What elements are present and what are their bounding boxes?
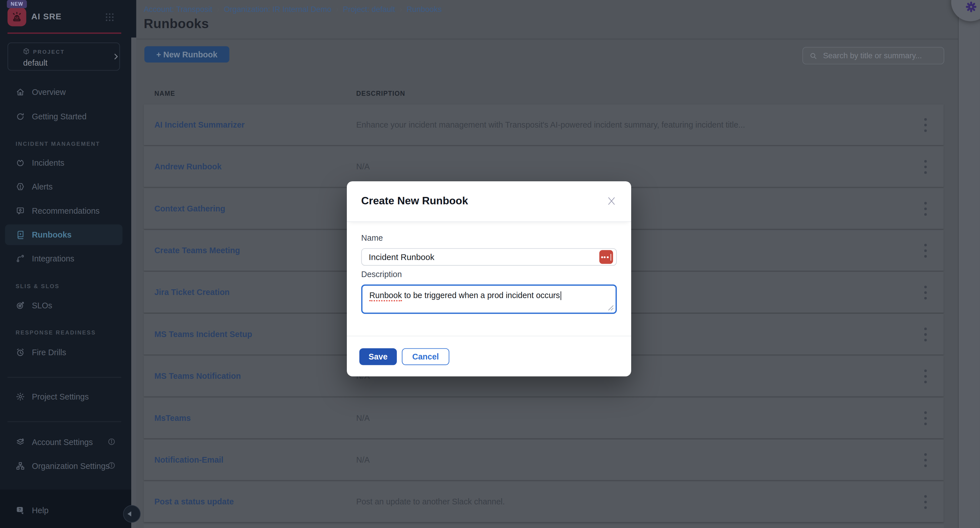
- chevron-separator-icon: ›: [399, 4, 402, 14]
- breadcrumb-project-link[interactable]: Project: default: [343, 5, 395, 14]
- app-window: Account: Transposit › Organization: IR I…: [0, 0, 980, 528]
- row-menu-kebab-icon[interactable]: [921, 160, 931, 174]
- sidebar-item-recommendations[interactable]: Recommendations: [5, 201, 123, 222]
- lastpass-autofill-icon[interactable]: [599, 250, 613, 264]
- modal-header: Create New Runbook: [347, 181, 631, 222]
- sidebar-item-incidents[interactable]: Incidents: [5, 153, 123, 173]
- name-field-label: Name: [361, 233, 383, 243]
- row-menu-kebab-icon[interactable]: [921, 118, 931, 132]
- chevron-separator-icon: ›: [336, 4, 339, 14]
- sidebar-item-overview[interactable]: Overview: [5, 82, 123, 102]
- sidebar-item-label: Runbooks: [32, 230, 72, 239]
- sidebar-brand-divider: [7, 32, 121, 33]
- table-row: MsTeams N/A: [144, 397, 943, 438]
- sidebar-item-slos[interactable]: SLOs: [5, 295, 123, 316]
- row-menu-kebab-icon[interactable]: [921, 495, 931, 509]
- runbook-name-link[interactable]: Context Gathering: [154, 188, 225, 229]
- breadcrumb: Account: Transposit › Organization: IR I…: [144, 4, 442, 14]
- sidebar-item-alerts[interactable]: Alerts: [5, 176, 123, 197]
- sidebar-item-label: Recommendations: [32, 206, 99, 216]
- sidebar-item-label: Getting Started: [32, 112, 86, 121]
- name-input[interactable]: [361, 248, 617, 266]
- runbook-book-icon: [16, 230, 25, 239]
- row-menu-kebab-icon[interactable]: [921, 202, 931, 216]
- sidebar-item-help[interactable]: ? Help: [5, 500, 123, 521]
- row-menu-kebab-icon[interactable]: [921, 369, 931, 383]
- modal-title: Create New Runbook: [361, 195, 468, 207]
- resize-handle-icon[interactable]: [608, 305, 614, 311]
- close-icon[interactable]: [604, 195, 618, 208]
- app-grid-icon[interactable]: [104, 12, 115, 22]
- app-name: AI SRE: [31, 12, 62, 21]
- info-icon[interactable]: [107, 461, 116, 470]
- sidebar-collapse-button[interactable]: [123, 505, 141, 523]
- header-divider: [130, 39, 980, 39]
- sidebar-item-account-settings[interactable]: Account Settings: [5, 432, 123, 453]
- sidebar-item-label: Account Settings: [32, 438, 93, 447]
- runbook-name-link[interactable]: MsTeams: [154, 397, 191, 438]
- runbook-name-link[interactable]: AI Incident Summarizer: [154, 104, 245, 145]
- sidebar-divider: [7, 377, 121, 378]
- search-icon: [809, 52, 818, 60]
- column-header-name: NAME: [154, 89, 175, 97]
- sidebar-item-project-settings[interactable]: Project Settings: [5, 386, 123, 407]
- assistant-floating-button[interactable]: [951, 0, 980, 21]
- sidebar-scrollbar[interactable]: [131, 38, 136, 528]
- sidebar-item-integrations[interactable]: Integrations: [5, 248, 123, 269]
- runbook-name-link[interactable]: MS Teams Incident Setup: [154, 314, 252, 354]
- table-row: AI Incident Summarizer Enhance your inci…: [144, 104, 943, 145]
- app-logo[interactable]: [7, 7, 26, 26]
- row-menu-kebab-icon[interactable]: [921, 244, 931, 257]
- alarm-clock-icon: [16, 348, 25, 357]
- collapse-arrow-icon: [127, 512, 131, 517]
- row-menu-kebab-icon[interactable]: [921, 328, 931, 341]
- row-menu-kebab-icon[interactable]: [921, 286, 931, 299]
- sidebar-item-getting-started[interactable]: Getting Started: [5, 106, 123, 127]
- search-box: [802, 47, 944, 64]
- save-button[interactable]: Save: [360, 348, 397, 365]
- incident-icon: [16, 158, 25, 167]
- search-input[interactable]: [822, 51, 937, 61]
- recommendation-bubble-icon: [16, 206, 25, 216]
- table-row-partial: [144, 525, 943, 528]
- breadcrumb-runbooks-link[interactable]: Runbooks: [406, 5, 442, 14]
- runbook-name-link[interactable]: Notification-Email: [154, 440, 223, 480]
- page-title: Runbooks: [144, 16, 209, 31]
- sidebar-item-runbooks[interactable]: Runbooks: [5, 225, 123, 245]
- row-menu-kebab-icon[interactable]: [921, 453, 931, 467]
- sidebar-item-label: SLOs: [32, 301, 52, 310]
- cancel-button[interactable]: Cancel: [402, 348, 449, 365]
- new-runbook-button[interactable]: + New Runbook: [144, 46, 229, 62]
- runbook-name-link[interactable]: MS Teams Notification: [154, 356, 241, 396]
- project-selector[interactable]: PROJECT default: [7, 43, 120, 71]
- runbook-name-link[interactable]: Post a status update: [154, 482, 234, 522]
- sidebar-item-organization-settings[interactable]: Organization Settings: [5, 456, 123, 477]
- org-chart-icon: [16, 461, 25, 471]
- sidebar-item-label: Project Settings: [32, 392, 89, 401]
- column-header-description: DESCRIPTION: [356, 89, 405, 97]
- project-label: PROJECT: [33, 49, 65, 55]
- target-icon: [16, 301, 25, 310]
- sidebar-section-incident-management: INCIDENT MANAGEMENT: [16, 141, 100, 147]
- breadcrumb-organization-link[interactable]: Organization: IR Internal Demo: [224, 5, 331, 14]
- sidebar-item-label: Organization Settings: [32, 461, 109, 471]
- runbook-name-link[interactable]: Andrew Runbook: [154, 146, 221, 187]
- runbook-name-link[interactable]: Jira Ticket Creation: [154, 272, 229, 313]
- chevron-separator-icon: ›: [217, 4, 220, 14]
- name-field: [361, 248, 617, 266]
- breadcrumb-account-link[interactable]: Account: Transposit: [144, 5, 213, 14]
- sidebar-item-label: Overview: [32, 88, 65, 97]
- siren-icon: [11, 11, 23, 23]
- row-menu-kebab-icon[interactable]: [921, 412, 931, 425]
- runbook-name-link[interactable]: Create Teams Meeting: [154, 230, 240, 271]
- home-icon: [16, 88, 25, 97]
- page-scrollbar-gutter[interactable]: [959, 0, 980, 528]
- sidebar-item-label: Incidents: [32, 158, 64, 167]
- sidebar-item-fire-drills[interactable]: Fire Drills: [5, 342, 123, 363]
- create-runbook-modal: Create New Runbook Name Description Runb…: [347, 181, 631, 376]
- description-textarea[interactable]: Runbook to be triggered when a prod inci…: [361, 284, 617, 314]
- cube-icon: [22, 48, 30, 55]
- chevron-right-icon: [112, 53, 120, 61]
- sidebar-divider: [7, 421, 121, 422]
- info-icon[interactable]: [107, 437, 116, 447]
